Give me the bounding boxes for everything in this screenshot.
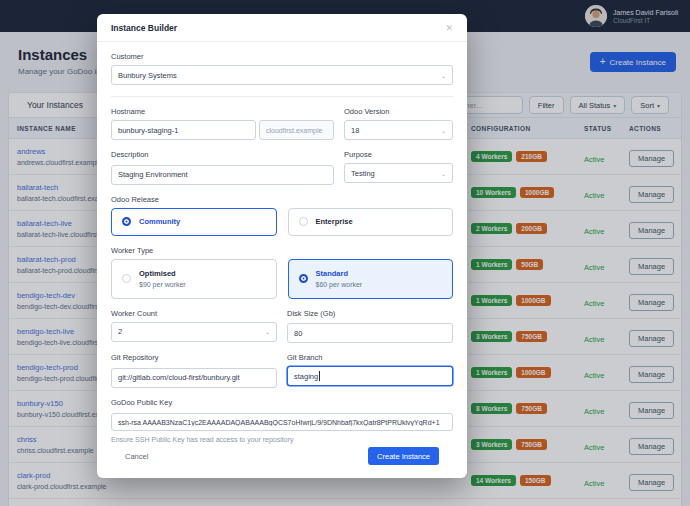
disk-size-label: Disk Size (Gb) — [287, 309, 453, 318]
close-icon[interactable]: ✕ — [445, 24, 453, 33]
chevron-down-icon: ⌄ — [441, 72, 446, 79]
cancel-button[interactable]: Cancel — [125, 452, 148, 461]
chevron-down-icon: ⌄ — [265, 328, 270, 335]
modal-title: Instance Builder — [111, 23, 177, 33]
git-repository-label: Git Repository — [111, 353, 277, 362]
radio-unselected-icon — [299, 217, 308, 226]
description-label: Description — [111, 150, 334, 159]
hostname-input[interactable] — [111, 120, 256, 140]
radio-unselected-icon — [122, 274, 131, 283]
radio-selected-icon — [299, 274, 308, 283]
worker-type-option-optimised[interactable]: Optimised $90 per worker — [111, 259, 277, 299]
chevron-down-icon: ⌄ — [441, 170, 446, 177]
public-key-input[interactable] — [111, 413, 453, 431]
odoo-version-label: Odoo Version — [344, 107, 453, 116]
worker-type-field: Worker Type Optimised $90 per worker Sta… — [111, 246, 453, 299]
public-key-field: GoDoo Public Key Ensure SSH Public Key h… — [111, 398, 453, 444]
section-divider — [111, 96, 453, 97]
git-branch-label: Git Branch — [287, 353, 453, 362]
odoo-version-field: Odoo Version 18 ⌄ — [344, 107, 453, 140]
purpose-label: Purpose — [344, 150, 453, 159]
text-cursor — [319, 371, 320, 381]
git-branch-input[interactable]: staging — [287, 366, 453, 386]
release-option-enterprise[interactable]: Enterprise — [288, 208, 454, 236]
chevron-down-icon: ⌄ — [441, 127, 446, 134]
odoo-version-select[interactable]: 18 ⌄ — [344, 120, 453, 140]
purpose-select[interactable]: Testing ⌄ — [344, 163, 453, 183]
git-repository-field: Git Repository — [111, 353, 277, 388]
description-field: Description — [111, 150, 334, 185]
customer-label: Customer — [111, 52, 453, 61]
radio-selected-icon — [122, 217, 131, 226]
disk-size-input[interactable] — [287, 323, 453, 343]
worker-count-label: Worker Count — [111, 309, 277, 318]
git-branch-field: Git Branch staging — [287, 353, 453, 388]
purpose-field: Purpose Testing ⌄ — [344, 150, 453, 185]
customer-field: Customer Bunbury Systems ⌄ — [111, 52, 453, 85]
git-repository-input[interactable] — [111, 368, 277, 388]
odoo-release-field: Odoo Release Community Enterprise — [111, 195, 453, 236]
description-input[interactable] — [111, 165, 334, 185]
customer-select[interactable]: Bunbury Systems ⌄ — [111, 65, 453, 85]
modal-body: Customer Bunbury Systems ⌄ Hostname clou… — [97, 42, 467, 478]
worker-count-field: Worker Count 2 ⌄ — [111, 309, 277, 344]
hostname-field: Hostname cloudfirst.example — [111, 107, 334, 140]
modal-footer: Cancel Create Instance — [111, 447, 453, 478]
worker-type-option-standard[interactable]: Standard $60 per worker — [288, 259, 454, 299]
hostname-label: Hostname — [111, 107, 334, 116]
screen: James David Farisoli CloudFirst IT Insta… — [0, 0, 690, 506]
disk-size-field: Disk Size (Gb) — [287, 309, 453, 344]
release-option-community[interactable]: Community — [111, 208, 277, 236]
instance-builder-modal: Instance Builder ✕ Customer Bunbury Syst… — [97, 14, 467, 478]
public-key-help-text: Ensure SSH Public Key has read access to… — [111, 436, 453, 443]
create-instance-submit-button[interactable]: Create Instance — [368, 447, 439, 465]
worker-count-select[interactable]: 2 ⌄ — [111, 322, 277, 342]
worker-type-label: Worker Type — [111, 246, 453, 255]
odoo-release-label: Odoo Release — [111, 195, 453, 204]
hostname-domain-suffix: cloudfirst.example — [259, 120, 334, 140]
modal-header: Instance Builder ✕ — [97, 14, 467, 42]
public-key-label: GoDoo Public Key — [111, 398, 453, 407]
